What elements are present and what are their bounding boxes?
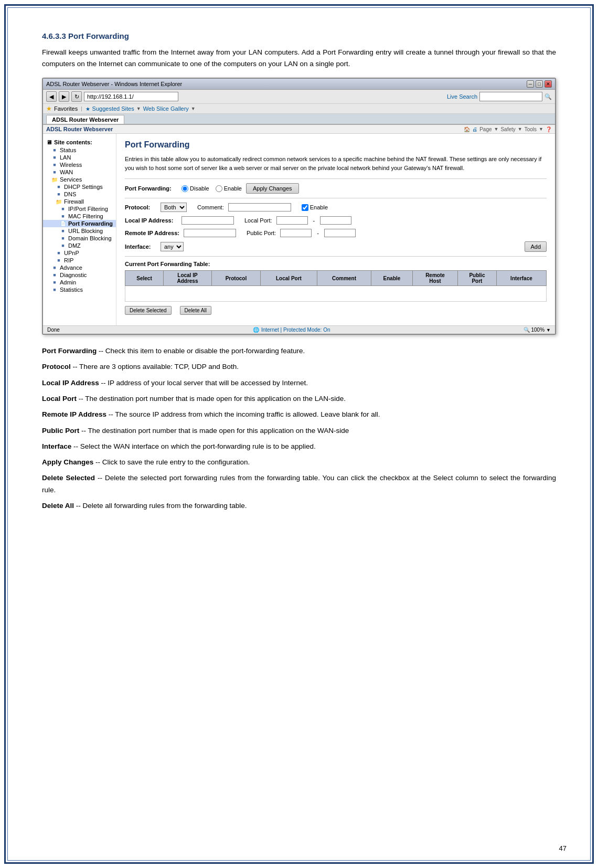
minimize-button[interactable]: ─ xyxy=(527,80,534,88)
sidebar-label-mac-filtering: MAC Filtering xyxy=(68,213,103,219)
interface-select[interactable]: any xyxy=(161,242,184,251)
sidebar-item-ip-filtering[interactable]: ■ IP/Port Filtering xyxy=(43,205,116,213)
desc-delete-all: Delete All -- Delete all forwarding rule… xyxy=(42,500,556,512)
refresh-button[interactable]: ↻ xyxy=(71,91,82,102)
search-input[interactable] xyxy=(479,92,542,101)
sidebar-item-firewall[interactable]: 📁 Firewall xyxy=(43,198,116,205)
forward-button[interactable]: ▶ xyxy=(59,91,69,102)
text-delete-selected: Delete the selected port forwarding rule… xyxy=(42,474,556,493)
protocol-select[interactable]: Both TCP UDP xyxy=(161,203,187,212)
help-icon[interactable]: ❓ xyxy=(546,126,552,132)
sidebar-item-dhcp[interactable]: ■ DHCP Settings xyxy=(43,183,116,190)
safety-dropdown-icon[interactable]: ▼ xyxy=(518,126,522,132)
active-tab[interactable]: ADSL Router Webserver xyxy=(46,115,124,124)
remote-ip-row: Remote IP Address: Public Port: - xyxy=(125,229,547,237)
table-title: Current Port Forwarding Table: xyxy=(125,261,547,267)
sidebar-item-status[interactable]: ■ Status xyxy=(43,146,116,154)
col-local-port: Local Port xyxy=(260,271,317,286)
content-description: Entries in this table allow you to autom… xyxy=(125,155,547,172)
enable-label: Enable xyxy=(224,185,242,192)
browser-body: 🖥 Site contents: ■ Status ■ LAN ■ Wirele… xyxy=(43,134,555,325)
text-local-port: The destination port number that is made… xyxy=(85,395,346,403)
apply-changes-button[interactable]: Apply Changes xyxy=(246,183,299,194)
sidebar-item-url-blocking[interactable]: ■ URL Blocking xyxy=(43,227,116,235)
sidebar-item-advance[interactable]: ■ Advance xyxy=(43,264,116,271)
security-status: 🌐 Internet | Protected Mode: On xyxy=(253,327,330,333)
desc-local-ip: Local IP Address -- IP address of your l… xyxy=(42,377,556,389)
sidebar-item-wireless[interactable]: ■ Wireless xyxy=(43,161,116,168)
browser-controls: ─ □ ✕ xyxy=(527,80,552,88)
public-port-end-input[interactable] xyxy=(324,229,356,237)
text-public-port: The destination port number that is made… xyxy=(88,427,349,435)
sidebar-item-upnp[interactable]: ■ UPnP xyxy=(43,249,116,257)
favorites-toolbar: ★ Favorites | ★ Suggested Sites ▼ Web Sl… xyxy=(43,104,555,114)
sidebar-item-wan[interactable]: ■ WAN xyxy=(43,168,116,176)
port-forwarding-radio-group: Disable Enable xyxy=(181,185,242,192)
sidebar-label-rip: RIP xyxy=(64,257,73,263)
search-icon[interactable]: 🔍 xyxy=(544,93,552,100)
sidebar-item-port-forwarding[interactable]: 📄 Port Forwarding xyxy=(43,220,116,227)
status-icon: ■ xyxy=(51,147,58,153)
enable-radio[interactable] xyxy=(216,185,222,192)
local-port-end-input[interactable] xyxy=(320,216,351,225)
desc-apply-changes: Apply Changes -- Click to save the rule … xyxy=(42,457,556,468)
page-menu-item[interactable]: Page xyxy=(479,126,492,132)
sidebar-item-services[interactable]: 📁 Services xyxy=(43,176,116,183)
delete-selected-button[interactable]: Delete Selected xyxy=(125,306,172,315)
sidebar-item-domain-blocking[interactable]: ■ Domain Blocking xyxy=(43,235,116,242)
sep-interface: -- xyxy=(73,442,80,450)
add-button[interactable]: Add xyxy=(525,241,547,252)
back-button[interactable]: ◀ xyxy=(46,91,57,102)
sidebar-label-dhcp: DHCP Settings xyxy=(64,184,103,190)
sidebar-item-rip[interactable]: ■ RIP xyxy=(43,257,116,264)
sidebar-label-upnp: UPnP xyxy=(64,250,79,256)
local-ip-input[interactable] xyxy=(181,216,234,225)
sidebar-item-mac-filtering[interactable]: ■ MAC Filtering xyxy=(43,213,116,220)
suggested-sites-link[interactable]: Suggested Sites xyxy=(92,105,134,112)
sidebar-item-dns[interactable]: ■ DNS xyxy=(43,190,116,198)
port-forwarding-row: Port Forwarding: Disable Enable Apply Ch… xyxy=(125,183,547,194)
tools-dropdown-icon[interactable]: ▼ xyxy=(539,126,543,132)
term-remote-ip: Remote IP Address xyxy=(42,410,106,418)
sidebar-item-admin[interactable]: ■ Admin xyxy=(43,279,116,286)
local-ip-label: Local IP Address: xyxy=(125,217,177,224)
term-local-port: Local Port xyxy=(42,395,77,403)
dropdown-icon-2[interactable]: ▼ xyxy=(191,106,196,111)
dropdown-icon-1[interactable]: ▼ xyxy=(136,106,141,111)
delete-all-button[interactable]: Delete All xyxy=(180,306,211,315)
address-input[interactable] xyxy=(84,92,178,101)
remote-ip-input[interactable] xyxy=(184,229,236,237)
local-port-input[interactable] xyxy=(276,216,308,225)
safety-menu-item[interactable]: Safety xyxy=(500,126,515,132)
wireless-icon: ■ xyxy=(51,162,58,167)
zoom-dropdown-icon[interactable]: ▼ xyxy=(546,327,551,333)
term-port-forwarding: Port Forwarding xyxy=(42,347,97,355)
sidebar-item-statistics[interactable]: ■ Statistics xyxy=(43,286,116,293)
sidebar-header-label: Site contents: xyxy=(54,139,92,145)
url-blocking-icon: ■ xyxy=(60,228,66,234)
forwarding-table: Select Local IPAddress Protocol Local Po… xyxy=(125,270,547,302)
sidebar-item-dmz[interactable]: ■ DMZ xyxy=(43,242,116,249)
suggested-sites-icon: ★ xyxy=(86,106,90,112)
maximize-button[interactable]: □ xyxy=(536,80,543,88)
sidebar-label-services: Services xyxy=(60,176,82,183)
toolbar-icons: 🏠 🖨 Page ▼ Safety ▼ Tools ▼ ❓ xyxy=(464,126,552,132)
divider-2 xyxy=(125,198,547,198)
sidebar: 🖥 Site contents: ■ Status ■ LAN ■ Wirele… xyxy=(43,134,116,325)
sidebar-item-lan[interactable]: ■ LAN xyxy=(43,154,116,161)
sidebar-item-diagnostic[interactable]: ■ Diagnostic xyxy=(43,271,116,279)
comment-input[interactable] xyxy=(228,203,291,211)
zoom-control[interactable]: 🔍 100% ▼ xyxy=(524,327,551,333)
disable-radio[interactable] xyxy=(181,185,188,192)
sep-protocol: -- xyxy=(73,363,80,371)
divider-3 xyxy=(125,256,547,257)
home-icon[interactable]: 🏠 xyxy=(464,126,470,132)
tools-menu-item[interactable]: Tools xyxy=(525,126,537,132)
page-dropdown-icon[interactable]: ▼ xyxy=(494,126,499,132)
public-port-input[interactable] xyxy=(280,229,312,237)
print-icon[interactable]: 🖨 xyxy=(472,126,477,132)
enable-checkbox[interactable] xyxy=(302,204,308,211)
web-slice-link[interactable]: Web Slice Gallery xyxy=(143,105,189,112)
close-button[interactable]: ✕ xyxy=(544,80,552,88)
favorites-label: Favorites xyxy=(54,105,78,112)
